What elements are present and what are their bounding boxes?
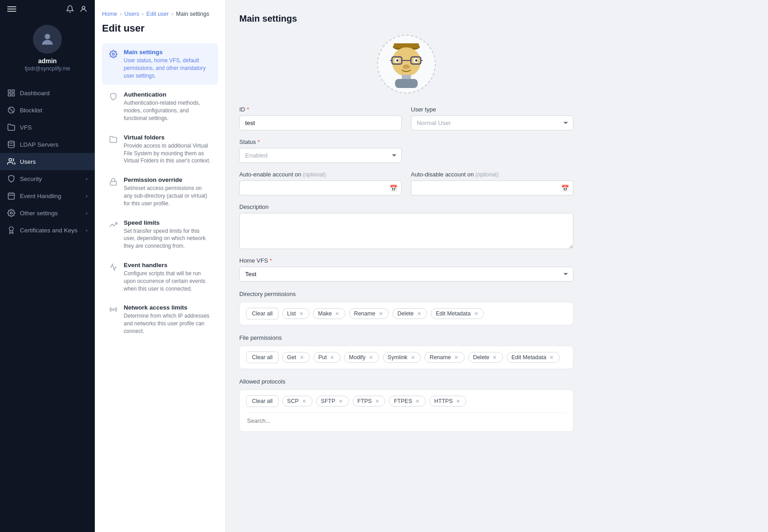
- event-handling-icon: [7, 192, 15, 200]
- file-clear-all-button[interactable]: Clear all: [246, 352, 279, 363]
- settings-item-event-handlers[interactable]: Event handlers Configure scripts that wi…: [102, 256, 218, 298]
- svg-rect-0: [7, 6, 16, 7]
- id-group: ID *: [239, 106, 402, 130]
- user-avatar-large[interactable]: [377, 35, 436, 93]
- svg-point-12: [9, 158, 12, 161]
- speed-label: Speed limits: [124, 219, 212, 226]
- sidebar-item-users[interactable]: Users: [0, 153, 95, 170]
- settings-item-vfolders[interactable]: Virtual folders Provide access to additi…: [102, 129, 218, 170]
- file-tag-put-remove[interactable]: ✕: [329, 354, 335, 361]
- svg-point-32: [396, 60, 399, 62]
- settings-item-auth[interactable]: Authentication Authentication-related me…: [102, 86, 218, 127]
- dir-tag-edit-metadata-remove[interactable]: ✕: [473, 310, 479, 317]
- main-settings-label: Main settings: [124, 49, 212, 56]
- main-settings-icon: [108, 49, 118, 59]
- auth-icon: [108, 92, 118, 102]
- sidebar-item-certificates[interactable]: Certificates and Keys ›: [0, 222, 95, 239]
- perm-override-label: Permission override: [124, 176, 212, 183]
- speed-text: Speed limits Set transfer speed limits f…: [124, 219, 212, 250]
- vfolders-text: Virtual folders Provide access to additi…: [124, 134, 212, 165]
- svg-point-21: [113, 309, 114, 310]
- file-tag-get: Get ✕: [282, 352, 310, 363]
- sidebar-item-dashboard[interactable]: Dashboard: [0, 84, 95, 102]
- protocols-search-input[interactable]: [246, 416, 567, 426]
- auto-disable-group: Auto-disable account on (optional): 📅: [411, 171, 573, 195]
- dir-permissions-box: Clear all List ✕ Make ✕ Rename ✕: [239, 302, 573, 325]
- svg-rect-8: [12, 94, 14, 96]
- description-textarea[interactable]: [239, 213, 573, 249]
- file-tag-edit-metadata-remove[interactable]: ✕: [549, 354, 555, 361]
- home-vfs-select[interactable]: Test: [239, 267, 573, 282]
- event-handlers-label: Event handlers: [124, 262, 212, 268]
- settings-item-perm-override[interactable]: Permission override Set/reset access per…: [102, 171, 218, 213]
- protocols-clear-all-button[interactable]: Clear all: [246, 395, 279, 407]
- section-title: Main settings: [239, 14, 573, 24]
- dashboard-icon: [7, 89, 15, 97]
- svg-rect-36: [395, 79, 418, 88]
- proto-tag-https-remove[interactable]: ✕: [455, 398, 461, 404]
- allowed-protocols-label: Allowed protocols: [239, 378, 573, 385]
- proto-tag-https: HTTPS ✕: [429, 396, 466, 407]
- settings-item-main[interactable]: Main settings User status, home VFS, def…: [102, 43, 218, 85]
- settings-item-speed[interactable]: Speed limits Set transfer speed limits f…: [102, 214, 218, 255]
- event-handlers-desc: Configure scripts that will be run upon …: [124, 270, 212, 292]
- status-select[interactable]: Enabled: [239, 148, 402, 163]
- usertype-select[interactable]: Normal User: [411, 116, 573, 130]
- id-input[interactable]: [239, 116, 402, 130]
- auto-enable-input[interactable]: [239, 180, 402, 195]
- dir-tag-rename-remove[interactable]: ✕: [377, 310, 384, 317]
- sidebar-item-security[interactable]: Security ›: [0, 170, 95, 187]
- file-tag-get-remove[interactable]: ✕: [298, 354, 305, 361]
- speed-desc: Set transfer speed limits for this user,…: [124, 227, 212, 250]
- hamburger-button[interactable]: [7, 5, 16, 16]
- dir-clear-all-button[interactable]: Clear all: [246, 308, 279, 319]
- users-icon: [7, 157, 15, 166]
- network-desc: Determine from which IP addresses and ne…: [124, 312, 212, 335]
- svg-point-33: [415, 60, 418, 62]
- svg-rect-7: [8, 94, 10, 96]
- speed-icon: [108, 220, 118, 230]
- proto-tag-scp-remove[interactable]: ✕: [301, 398, 307, 404]
- svg-point-4: [45, 34, 50, 39]
- bell-icon[interactable]: [66, 5, 74, 15]
- dir-tag-delete-remove[interactable]: ✕: [416, 310, 422, 317]
- sidebar-item-blocklist[interactable]: Blocklist: [0, 102, 95, 119]
- breadcrumb-edit-user[interactable]: Edit user: [146, 11, 168, 17]
- settings-item-network[interactable]: Network access limits Determine from whi…: [102, 299, 218, 340]
- settings-menu: Main settings User status, home VFS, def…: [102, 43, 218, 341]
- proto-tag-ftpes-remove[interactable]: ✕: [414, 398, 421, 404]
- dir-tag-list: List ✕: [282, 308, 309, 319]
- sidebar-item-event-handling[interactable]: Event Handling ›: [0, 187, 95, 204]
- sidebar-label-blocklist: Blocklist: [20, 107, 42, 114]
- sidebar-item-vfs[interactable]: VFS: [0, 119, 95, 136]
- sidebar-label-event-handling: Event Handling: [20, 193, 61, 199]
- right-panel: Main settings: [226, 0, 768, 532]
- sidebar: admin fjodr@syncplify.me Dashboard Block…: [0, 0, 95, 532]
- file-tag-delete-remove[interactable]: ✕: [492, 354, 498, 361]
- file-tag-modify-remove[interactable]: ✕: [368, 354, 374, 361]
- ldap-icon: [7, 140, 15, 148]
- dir-permissions-section: Directory permissions Clear all List ✕ M…: [239, 291, 573, 325]
- file-tag-delete: Delete ✕: [468, 352, 503, 363]
- event-handling-arrow-icon: ›: [86, 193, 88, 199]
- auto-disable-input-wrapper: 📅: [411, 180, 573, 195]
- dir-tag-make-remove[interactable]: ✕: [334, 310, 340, 317]
- proto-tag-sftp-remove[interactable]: ✕: [338, 398, 344, 404]
- dir-tag-list-remove[interactable]: ✕: [298, 310, 304, 317]
- vfs-icon: [7, 123, 15, 131]
- breadcrumb-users[interactable]: Users: [125, 11, 140, 17]
- protocols-search-row: [246, 412, 567, 426]
- svg-rect-2: [7, 11, 16, 12]
- protocols-tags-row: Clear all SCP ✕ SFTP ✕ FTPS ✕: [246, 395, 567, 407]
- sidebar-item-ldap[interactable]: LDAP Servers: [0, 136, 95, 153]
- breadcrumb-home[interactable]: Home: [102, 11, 117, 17]
- file-tag-symlink-remove[interactable]: ✕: [410, 354, 416, 361]
- user-icon[interactable]: [79, 5, 88, 15]
- proto-tag-ftps-remove[interactable]: ✕: [374, 398, 380, 404]
- auto-disable-input[interactable]: [411, 180, 573, 195]
- auth-label: Authentication: [124, 91, 212, 98]
- sidebar-label-other-settings: Other settings: [20, 210, 58, 217]
- sidebar-label-certificates: Certificates and Keys: [20, 227, 78, 234]
- file-tag-rename-remove[interactable]: ✕: [453, 354, 460, 361]
- sidebar-item-other-settings[interactable]: Other settings ›: [0, 204, 95, 222]
